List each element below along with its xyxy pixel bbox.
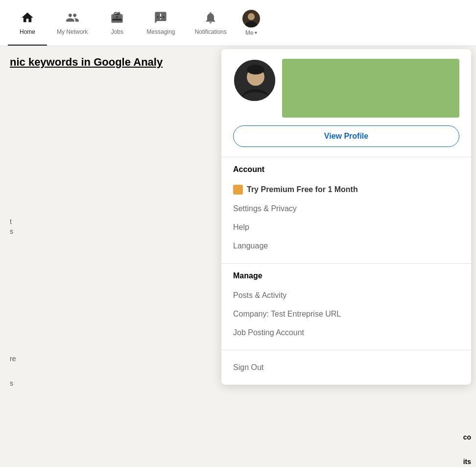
profile-avatar [233,59,276,102]
menu-item-company[interactable]: Company: Test Entreprise URL [233,305,459,323]
nav-label-notifications: Notifications [194,28,226,35]
menu-item-language[interactable]: Language [233,237,459,255]
help-label: Help [233,223,249,232]
svg-point-3 [163,16,165,18]
network-icon [66,11,79,26]
profile-banner [282,59,459,118]
home-icon [21,11,34,26]
svg-point-7 [248,14,254,20]
me-dropdown-panel: View Profile Account Try Premium Free fo… [221,49,471,385]
nav-label-messaging: Messaging [146,28,175,35]
svg-rect-0 [113,15,122,21]
posts-label: Posts & Activity [233,291,286,300]
nav-item-home[interactable]: Home [8,0,47,46]
company-label: Company: Test Entreprise URL [233,310,341,319]
navbar: Home My Network Jobs [0,0,476,46]
menu-item-settings[interactable]: Settings & Privacy [233,199,459,218]
jobs-icon [110,11,124,26]
menu-item-job-posting[interactable]: Job Posting Account [233,323,459,342]
nav-item-messaging[interactable]: Messaging [137,0,185,46]
bg-text-3: re [10,355,16,363]
menu-item-premium[interactable]: Try Premium Free for 1 Month [233,180,459,199]
nav-item-jobs[interactable]: Jobs [97,0,137,46]
me-label-row: Me ▾ [245,29,257,36]
premium-icon [233,185,243,195]
bg-right-4: its [463,458,471,466]
nav-item-me[interactable]: Me ▾ [237,0,266,46]
bg-right-3: co [463,433,471,441]
settings-label: Settings & Privacy [233,204,297,213]
menu-item-posts[interactable]: Posts & Activity [233,286,459,305]
signout-section: Sign Out [221,350,471,385]
bg-text-2: s [10,227,13,235]
svg-point-10 [247,65,264,74]
manage-section: Manage Posts & Activity Company: Test En… [221,264,471,350]
nav-item-notifications[interactable]: Notifications [185,0,236,46]
nav-label-my-network: My Network [57,28,88,35]
nav-label-home: Home [20,28,35,35]
manage-section-title: Manage [233,271,459,280]
messaging-icon [154,11,167,26]
profile-section: View Profile [221,49,471,157]
view-profile-button[interactable]: View Profile [233,125,459,147]
me-label: Me [245,29,254,36]
avatar [242,10,260,27]
chevron-down-icon: ▾ [255,30,257,35]
job-posting-label: Job Posting Account [233,328,304,337]
notifications-icon [204,11,217,26]
menu-item-help[interactable]: Help [233,218,459,237]
svg-point-2 [160,16,162,18]
nav-item-my-network[interactable]: My Network [47,0,97,46]
account-section-title: Account [233,165,459,174]
profile-top [233,59,459,118]
premium-label: Try Premium Free for 1 Month [247,185,358,194]
nav-label-jobs: Jobs [111,28,123,35]
bg-text-1: t [10,218,12,225]
language-label: Language [233,242,268,250]
account-section: Account Try Premium Free for 1 Month Set… [221,157,471,264]
svg-point-1 [157,16,159,18]
sign-out-button[interactable]: Sign Out [233,358,459,377]
bg-text-4: s [10,379,13,387]
